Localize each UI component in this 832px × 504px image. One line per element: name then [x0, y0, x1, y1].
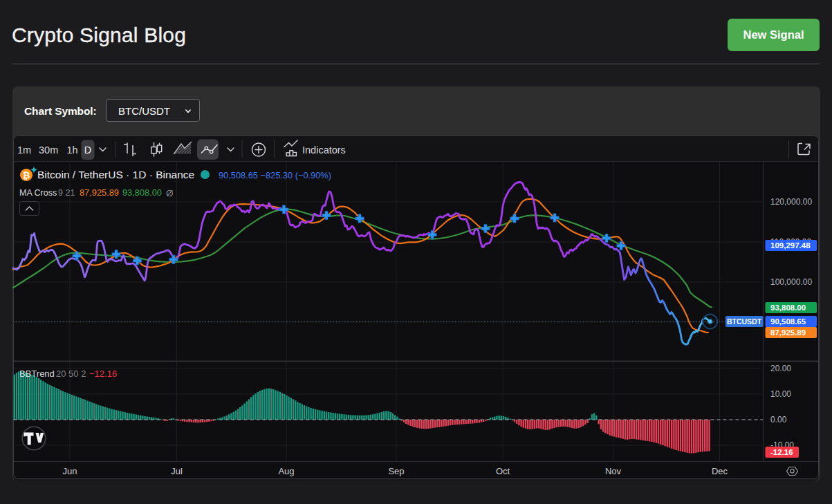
svg-text:109,297.48: 109,297.48: [770, 241, 811, 250]
svg-text:9 21: 9 21: [58, 188, 75, 198]
svg-text:20 50 2: 20 50 2: [56, 368, 86, 379]
svg-text:93,808.00: 93,808.00: [770, 304, 806, 312]
svg-text:87,925.89: 87,925.89: [80, 187, 119, 198]
svg-text:1h: 1h: [67, 144, 78, 156]
svg-text:93,808.00: 93,808.00: [122, 187, 162, 198]
svg-text:MA Cross: MA Cross: [19, 188, 57, 198]
svg-text:20.00: 20.00: [770, 364, 791, 373]
svg-text:₿: ₿: [23, 170, 30, 180]
svg-text:-12.16: -12.16: [770, 448, 793, 456]
svg-text:10.00: 10.00: [770, 389, 791, 399]
svg-text:1m: 1m: [17, 144, 31, 156]
svg-text:Aug: Aug: [278, 466, 294, 476]
svg-text:Ø: Ø: [166, 188, 174, 198]
svg-text:87,925.89: 87,925.89: [770, 328, 806, 337]
svg-text:0.00: 0.00: [770, 415, 787, 424]
svg-text:Nov: Nov: [605, 466, 622, 476]
svg-text:BBTrend: BBTrend: [19, 368, 55, 379]
svg-text:100,000.00: 100,000.00: [770, 277, 812, 287]
svg-text:90,508.65: 90,508.65: [770, 317, 806, 326]
svg-text:Sep: Sep: [388, 466, 404, 476]
svg-text:Indicators: Indicators: [302, 144, 346, 156]
svg-text:30m: 30m: [39, 144, 58, 156]
svg-text:−12.16: −12.16: [89, 368, 117, 379]
svg-text:BTCUSDT: BTCUSDT: [727, 317, 762, 326]
svg-text:Jun: Jun: [63, 466, 77, 476]
svg-text:Jul: Jul: [171, 466, 183, 476]
svg-text:Dec: Dec: [712, 466, 728, 476]
svg-text:120,000.00: 120,000.00: [770, 197, 812, 207]
svg-text:D: D: [84, 144, 91, 156]
svg-text:90,508.65 −825.30 (−0.90%): 90,508.65 −825.30 (−0.90%): [219, 170, 331, 180]
svg-text:Oct: Oct: [496, 466, 510, 476]
svg-text:Bitcoin / TetherUS · 1D · Bina: Bitcoin / TetherUS · 1D · Binance: [37, 169, 194, 180]
